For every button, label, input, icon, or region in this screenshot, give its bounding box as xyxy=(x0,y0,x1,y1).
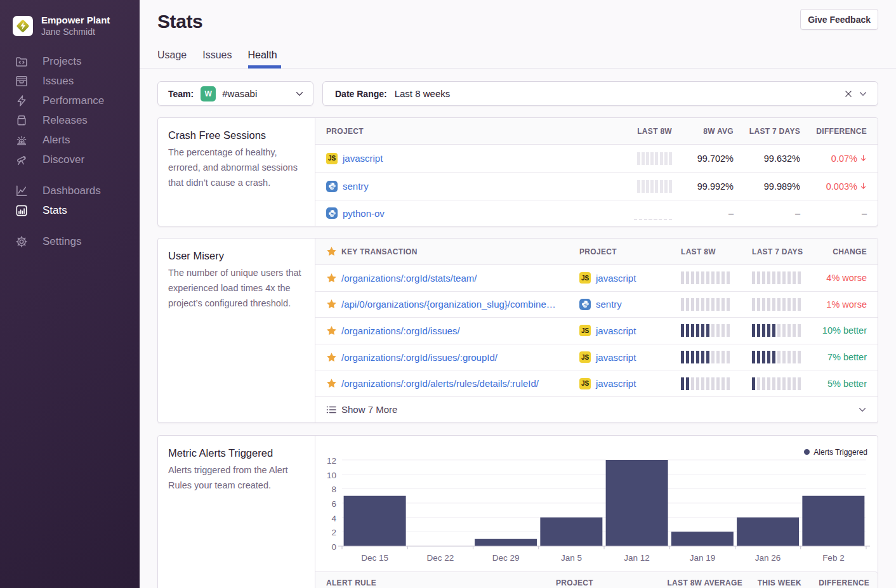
svg-text:Dec 22: Dec 22 xyxy=(427,552,454,562)
svg-text:Jan 19: Jan 19 xyxy=(690,552,716,562)
svg-text:Jan 5: Jan 5 xyxy=(561,552,582,562)
svg-text:Feb 2: Feb 2 xyxy=(822,552,845,562)
svg-text:4: 4 xyxy=(331,514,336,523)
svg-text:8: 8 xyxy=(331,485,336,494)
svg-text:0: 0 xyxy=(331,542,336,552)
svg-text:Jan 12: Jan 12 xyxy=(624,552,650,562)
svg-text:Dec 15: Dec 15 xyxy=(361,552,388,562)
svg-text:12: 12 xyxy=(327,456,336,466)
svg-text:2: 2 xyxy=(331,528,336,537)
svg-text:Dec 29: Dec 29 xyxy=(492,552,520,562)
svg-text:10: 10 xyxy=(327,471,336,480)
svg-text:Jan 26: Jan 26 xyxy=(755,552,781,562)
svg-text:6: 6 xyxy=(331,499,336,509)
